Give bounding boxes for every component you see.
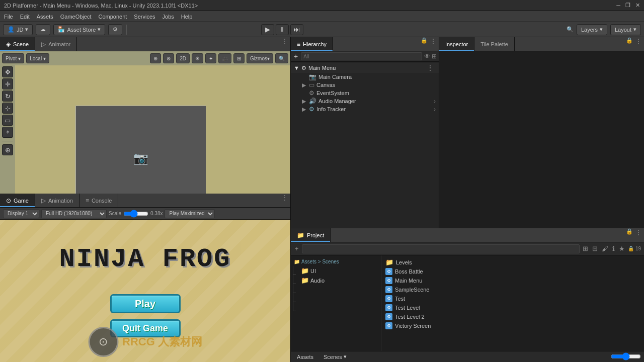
menu-jobs[interactable]: Jobs: [163, 14, 174, 20]
search-icon[interactable]: 🔍: [567, 26, 574, 33]
project-item-boss-battle[interactable]: ⚙ Boss Battle: [383, 267, 642, 276]
rotate-tool[interactable]: ↻: [2, 90, 13, 102]
hand-tool[interactable]: ✥: [2, 66, 13, 77]
pivot-button[interactable]: Pivot▾: [2, 53, 24, 63]
project-panel: 📁 Project 🔒 ⋮ + ⊞ ⊟ 🖌 ℹ ★ 🔒 19: [291, 228, 644, 362]
tab-scene[interactable]: ◈ Scene: [0, 37, 35, 51]
project-item-test[interactable]: ⚙ Test: [383, 294, 642, 303]
project-layout-btn[interactable]: ⊞: [582, 245, 589, 252]
menu-gameobject[interactable]: GameObject: [60, 14, 92, 20]
project-info-btn[interactable]: ℹ: [611, 245, 616, 252]
menu-edit[interactable]: Edit: [20, 14, 30, 20]
hierarchy-more[interactable]: ⋮: [428, 37, 439, 51]
step-button[interactable]: ⏭: [290, 24, 303, 35]
project-lock[interactable]: 🔒: [626, 228, 633, 242]
move-tool[interactable]: ✛: [2, 78, 13, 89]
info-tracker-arrow[interactable]: ›: [434, 106, 436, 112]
project-item-test-level-2[interactable]: ⚙ Test Level 2: [383, 312, 642, 321]
gizmo-toggle-1[interactable]: ⊕: [150, 53, 161, 63]
menu-assets[interactable]: Assets: [37, 14, 53, 20]
hierarchy-item-main-camera[interactable]: 📷 Main Camera: [291, 73, 439, 81]
fx-toggle[interactable]: ✦: [205, 53, 216, 63]
inspector-more[interactable]: ⋮: [633, 37, 644, 51]
cloud-icon: ☁: [40, 26, 46, 33]
hierarchy-add-button[interactable]: +: [293, 52, 299, 60]
hierarchy-search[interactable]: [301, 52, 422, 60]
play-maximized-select[interactable]: Play Maximized: [165, 209, 215, 218]
project-filter-btn[interactable]: ⊟: [591, 245, 599, 252]
scene-toolbar: Pivot▾ Local▾ ⊕ ⊗ 2D ☀ ✦ 🎥 ⊞ Gizmos▾ 🔍: [2, 53, 288, 63]
bottom-tab-scenes[interactable]: Scenes ▾: [320, 353, 350, 360]
hierarchy-sort-btn[interactable]: ⊞: [432, 53, 437, 60]
audio-manager-arrow[interactable]: ›: [434, 98, 436, 104]
menu-services[interactable]: Services: [134, 14, 155, 20]
menu-file[interactable]: File: [4, 14, 13, 20]
project-item-victory-screen[interactable]: ⚙ Victory Screen: [383, 321, 642, 330]
bottom-tab-assets[interactable]: Assets: [294, 354, 316, 360]
project-star-btn[interactable]: ★: [618, 245, 626, 252]
minimize-btn[interactable]: ─: [616, 2, 620, 9]
tab-game[interactable]: ⊙ Game: [0, 194, 35, 207]
project-folder-ui[interactable]: 📁 UI: [298, 266, 381, 276]
scene-name: Main Menu: [308, 65, 336, 71]
project-breadcrumb[interactable]: 📁 Assets > Scenes: [291, 257, 381, 266]
menu-component[interactable]: Component: [98, 14, 127, 20]
play-game-button[interactable]: Play: [110, 294, 181, 313]
play-button[interactable]: ▶: [261, 24, 274, 35]
project-search[interactable]: [302, 244, 580, 253]
scene-tab-more[interactable]: ⋮: [279, 37, 290, 51]
cloud-button[interactable]: ☁: [36, 24, 50, 35]
hierarchy-item-info-tracker[interactable]: ▶ ⚙ Info Tracker ›: [291, 105, 439, 113]
project-zoom-slider[interactable]: [611, 354, 641, 359]
scale-slider[interactable]: [123, 211, 148, 217]
gizmos-toggle[interactable]: Gizmos▾: [247, 53, 273, 63]
hierarchy-item-canvas[interactable]: ▶ ▭ Canvas: [291, 81, 439, 89]
snap-tool[interactable]: ⊕: [2, 144, 13, 155]
pause-button[interactable]: ⏸: [276, 24, 289, 35]
project-more[interactable]: ⋮: [633, 228, 644, 242]
scene-more-btn[interactable]: ⋮: [425, 64, 436, 72]
layout-button[interactable]: Layout ▾: [610, 24, 641, 35]
hierarchy-eye-btn[interactable]: 👁: [424, 53, 430, 60]
2d-toggle[interactable]: 2D: [176, 53, 190, 63]
local-button[interactable]: Local▾: [26, 53, 49, 63]
tab-tile-palette[interactable]: Tile Palette: [474, 37, 515, 51]
grid-toggle[interactable]: ⊞: [233, 53, 245, 63]
lighting-toggle[interactable]: ☀: [192, 53, 203, 63]
hierarchy-scene-header[interactable]: ▼ ⚙ Main Menu ⋮: [291, 63, 439, 73]
project-brush-btn[interactable]: 🖌: [601, 245, 609, 252]
tab-inspector[interactable]: Inspector: [439, 37, 474, 51]
inspector-lock[interactable]: 🔒: [626, 37, 633, 51]
project-item-test-level[interactable]: ⚙ Test Level: [383, 303, 642, 312]
tab-animation[interactable]: ▷ Animation: [35, 194, 79, 207]
project-item-levels[interactable]: 📁 Levels: [383, 257, 642, 267]
game-tab-more[interactable]: ⋮: [279, 194, 290, 207]
gizmo-toggle-2[interactable]: ⊗: [163, 53, 174, 63]
layers-button[interactable]: Layers ▾: [577, 24, 607, 35]
menu-help[interactable]: Help: [181, 14, 193, 20]
project-add-button[interactable]: +: [294, 245, 300, 252]
camera-toggle[interactable]: 🎥: [218, 53, 231, 63]
tab-console[interactable]: ≡ Console: [79, 194, 118, 207]
search-scene[interactable]: 🔍: [275, 53, 288, 63]
tab-project[interactable]: 📁 Project: [291, 228, 331, 242]
hierarchy-item-audio-manager[interactable]: ▶ 🔊 Audio Manager ›: [291, 97, 439, 105]
display-select[interactable]: Display 1: [3, 209, 39, 218]
tab-hierarchy[interactable]: ≡ Hierarchy: [291, 37, 333, 51]
tab-animator[interactable]: ▷ Animator: [35, 37, 77, 51]
rect-tool[interactable]: ▭: [2, 115, 13, 126]
restore-btn[interactable]: ❐: [625, 2, 630, 9]
hierarchy-lock[interactable]: 🔒: [421, 37, 428, 51]
right-panel: ≡ Hierarchy 🔒 ⋮ + 👁 ⊞: [291, 37, 644, 362]
resolution-select[interactable]: Full HD (1920x1080): [41, 209, 107, 218]
close-btn[interactable]: ✕: [635, 2, 640, 9]
hierarchy-item-eventsystem[interactable]: ⚙ EventSystem: [291, 89, 439, 97]
settings-button[interactable]: ⚙: [108, 24, 122, 35]
asset-store-button[interactable]: 🏪 Asset Store ▾: [53, 24, 105, 35]
transform-tool[interactable]: ⌖: [2, 127, 13, 138]
scale-tool[interactable]: ⊹: [2, 103, 13, 114]
project-item-sample-scene[interactable]: ⚙ SampleScene: [383, 285, 642, 294]
account-button[interactable]: 👤 JD ▾: [3, 24, 33, 35]
project-item-main-menu[interactable]: ⚙ Main Menu: [383, 276, 642, 285]
project-folder-audio[interactable]: 📁 Audio: [298, 276, 381, 285]
